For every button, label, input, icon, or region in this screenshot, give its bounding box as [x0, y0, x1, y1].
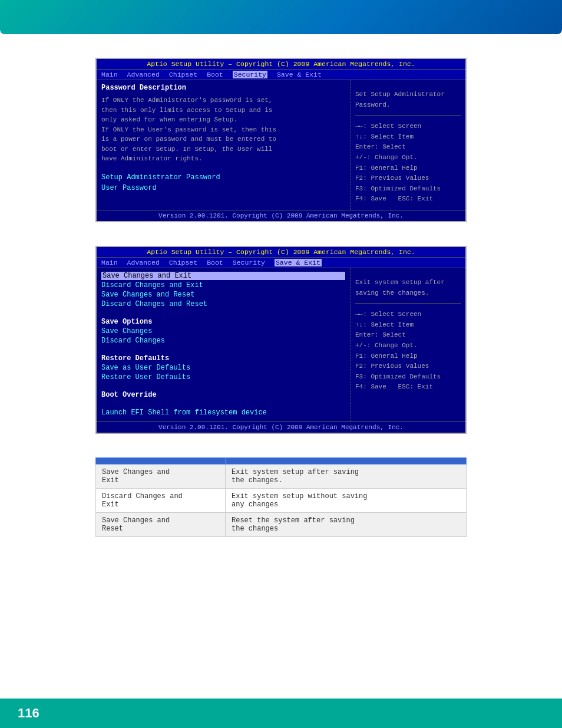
item-discard-changes[interactable]: Discard Changes [101, 337, 345, 345]
table-row: Save Changes andExit Exit system setup a… [96, 465, 467, 489]
menu-boot-2[interactable]: Boot [207, 259, 223, 266]
info-table: Save Changes andExit Exit system setup a… [95, 457, 467, 537]
table-row: Save Changes andReset Reset the system a… [96, 513, 467, 537]
table-cell-label-1: Save Changes andExit [96, 465, 226, 489]
menu-boot-1[interactable]: Boot [207, 71, 223, 78]
menu-saveexit-1[interactable]: Save & Exit [277, 71, 322, 78]
bios-footer-1: Version 2.00.1201. Copyright (C) 2009 Am… [97, 210, 465, 221]
bios-left-panel-2: Save Changes and Exit Discard Changes an… [97, 268, 351, 421]
bios-hints-2: →←: Select Screen ↑↓: Select Item Enter:… [355, 309, 461, 393]
bios-screen-saveexit: Aptio Setup Utility – Copyright (C) 2009… [95, 246, 467, 434]
menu-chipset-2[interactable]: Chipset [169, 259, 197, 266]
bios-right-panel-1: Set Setup AdministratorPassword. →←: Sel… [351, 80, 465, 210]
item-discard-reset[interactable]: Discard Changes and Reset [101, 300, 345, 308]
setup-admin-password-link[interactable]: Setup Administrator Password [101, 173, 345, 182]
item-save-reset[interactable]: Save Changes and Reset [101, 291, 345, 299]
item-restore-user-defaults[interactable]: Restore User Defaults [101, 373, 345, 381]
table-cell-label-3: Save Changes andReset [96, 513, 226, 537]
table-cell-desc-2: Exit system setup without savingany chan… [226, 489, 467, 513]
bios-hint-title-2: Exit system setup aftersaving the change… [355, 278, 461, 298]
item-discard-exit[interactable]: Discard Changes and Exit [101, 281, 345, 289]
bios-body-2: Save Changes and Exit Discard Changes an… [97, 268, 465, 421]
item-save-exit[interactable]: Save Changes and Exit [101, 272, 345, 280]
bios-body-1: Password Description If ONLY the Adminis… [97, 80, 465, 210]
bios-divider-2 [355, 303, 461, 304]
menu-security-1[interactable]: Security [233, 71, 267, 78]
user-password-link[interactable]: User Password [101, 184, 345, 192]
table-cell-desc-3: Reset the system after savingthe changes [226, 513, 467, 537]
bottom-banner: 116 [0, 699, 562, 728]
item-restore-defaults-header: Restore Defaults [101, 354, 345, 363]
menu-main-2[interactable]: Main [101, 259, 118, 266]
bios-description-1: If ONLY the Administrator's password is … [101, 95, 345, 164]
bios-divider-1 [355, 115, 461, 116]
table-cell-label-2: Discard Changes andExit [96, 489, 226, 513]
table-header-col2 [226, 458, 467, 465]
bios-right-panel-2: Exit system setup aftersaving the change… [351, 268, 465, 421]
bios-hint-title-1: Set Setup AdministratorPassword. [355, 90, 461, 110]
item-save-changes[interactable]: Save Changes [101, 327, 345, 335]
menu-advanced-2[interactable]: Advanced [127, 259, 160, 266]
bios-menubar-1: Main Advanced Chipset Boot Security Save… [97, 70, 465, 80]
bios-menubar-2: Main Advanced Chipset Boot Security Save… [97, 258, 465, 268]
item-save-options-header: Save Options [101, 318, 345, 326]
item-launch-efi-shell[interactable]: Launch EFI Shell from filesystem device [101, 409, 345, 417]
top-banner [0, 0, 562, 34]
page-number: 116 [18, 706, 39, 721]
table-header-col1 [96, 458, 226, 465]
bios-title-2: Aptio Setup Utility – Copyright (C) 2009… [97, 247, 465, 258]
bios-section-title-1: Password Description [101, 84, 345, 92]
menu-chipset-1[interactable]: Chipset [169, 71, 197, 78]
menu-advanced-1[interactable]: Advanced [127, 71, 160, 78]
menu-main-1[interactable]: Main [101, 71, 118, 78]
bios-screen-security: Aptio Setup Utility – Copyright (C) 2009… [95, 58, 467, 222]
table-row: Discard Changes andExit Exit system setu… [96, 489, 467, 513]
bios-footer-2: Version 2.00.1201. Copyright (C) 2009 Am… [97, 421, 465, 433]
table-cell-desc-1: Exit system setup after savingthe change… [226, 465, 467, 489]
item-save-user-defaults[interactable]: Save as User Defaults [101, 364, 345, 372]
menu-saveexit-2[interactable]: Save & Exit [275, 259, 322, 266]
menu-security-2[interactable]: Security [233, 259, 265, 266]
bios-hints-1: →←: Select Screen ↑↓: Select Item Enter:… [355, 121, 461, 205]
bios-title-1: Aptio Setup Utility – Copyright (C) 2009… [97, 59, 465, 70]
bios-left-panel-1: Password Description If ONLY the Adminis… [97, 80, 351, 210]
item-boot-override-header: Boot Override [101, 391, 345, 399]
